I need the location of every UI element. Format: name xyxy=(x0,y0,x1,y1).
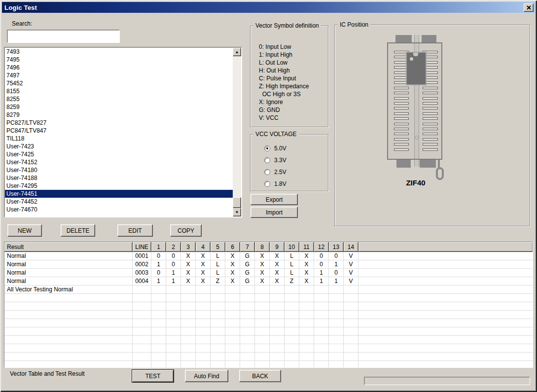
summary-row[interactable]: All Vector Testing Normal xyxy=(4,285,533,294)
pin-slot xyxy=(394,102,409,105)
column-header[interactable]: Result xyxy=(4,242,133,252)
line-cell xyxy=(133,319,151,327)
column-header[interactable]: 2 xyxy=(166,242,181,252)
result-table[interactable]: ResultLINE1234567891011121314 Normal0001… xyxy=(4,242,533,368)
socket-top-tab-right xyxy=(422,35,436,42)
vector-cell xyxy=(314,319,329,327)
list-item[interactable]: 8155 xyxy=(5,87,233,95)
column-header[interactable]: 14 xyxy=(344,242,358,252)
empty-row[interactable] xyxy=(4,353,533,361)
empty-row[interactable] xyxy=(4,361,533,368)
column-header[interactable]: 10 xyxy=(285,242,299,252)
close-button[interactable] xyxy=(524,3,534,12)
list-item[interactable]: PC847/LTV847 xyxy=(5,127,233,135)
list-item[interactable]: 7493 xyxy=(5,48,233,56)
empty-row[interactable] xyxy=(4,344,533,353)
radio-icon[interactable] xyxy=(264,181,270,187)
vector-cell xyxy=(196,294,211,302)
scroll-up-button[interactable]: ▲ xyxy=(233,48,241,56)
radio-icon[interactable] xyxy=(264,145,270,151)
radio-label: 2.5V xyxy=(274,169,286,176)
list-item[interactable]: User-74180 xyxy=(5,166,233,174)
scroll-down-button[interactable]: ▼ xyxy=(233,208,241,216)
list-item[interactable]: User-74152 xyxy=(5,158,233,166)
pin-slot xyxy=(423,92,438,94)
table-row[interactable]: Normal000411XXZXGXXZX11V xyxy=(4,277,533,285)
list-scrollbar[interactable]: ▲ ▼ xyxy=(233,48,241,216)
auto-find-button[interactable]: Auto Find xyxy=(185,370,228,382)
list-item[interactable]: 7495 xyxy=(5,56,233,64)
vector-cell xyxy=(166,302,181,310)
line-cell xyxy=(133,294,151,302)
vector-cell xyxy=(240,319,255,327)
column-header[interactable]: 13 xyxy=(329,242,344,252)
empty-row[interactable] xyxy=(4,302,533,311)
list-item[interactable]: User-74188 xyxy=(5,174,233,182)
list-item[interactable]: 8259 xyxy=(5,103,233,111)
vector-cell: 1 xyxy=(151,277,166,285)
vcc-option-5.0V[interactable]: 5.0V xyxy=(264,143,286,154)
empty-row[interactable] xyxy=(4,319,533,327)
vcc-option-1.8V[interactable]: 1.8V xyxy=(264,178,286,190)
table-row[interactable]: Normal000210XXLXGXXLX01V xyxy=(4,260,533,269)
empty-row[interactable] xyxy=(4,311,533,319)
list-item[interactable]: 8255 xyxy=(5,95,233,103)
list-item[interactable]: PC827/LTV827 xyxy=(5,119,233,127)
column-header[interactable]: 7 xyxy=(240,242,255,252)
export-button[interactable]: Export xyxy=(251,194,298,205)
table-row[interactable]: Normal000301XXLXGXXLX10V xyxy=(4,269,533,277)
vector-symbol-line: X: Ignore xyxy=(259,98,309,106)
list-item[interactable]: 8279 xyxy=(5,111,233,119)
back-button[interactable]: BACK xyxy=(239,370,281,382)
list-item[interactable]: TIL118 xyxy=(5,135,233,143)
import-button[interactable]: Import xyxy=(251,207,298,218)
column-header[interactable]: 3 xyxy=(181,242,196,252)
scroll-thumb[interactable] xyxy=(233,197,241,208)
list-item[interactable]: User-7425 xyxy=(5,150,233,158)
vector-cell: X xyxy=(255,252,270,260)
line-cell xyxy=(133,344,151,352)
vcc-option-3.3V[interactable]: 3.3V xyxy=(264,154,286,166)
column-header[interactable]: 8 xyxy=(255,242,270,252)
copy-button[interactable]: COPY xyxy=(170,224,202,237)
empty-row[interactable] xyxy=(4,336,533,344)
list-item[interactable]: 7497 xyxy=(5,71,233,79)
column-header[interactable]: 12 xyxy=(314,242,329,252)
column-header[interactable]: LINE xyxy=(133,242,151,252)
title-bar[interactable]: Logic Test xyxy=(2,2,535,13)
test-button[interactable]: TEST xyxy=(132,369,174,383)
vector-cell xyxy=(255,311,270,319)
radio-icon[interactable] xyxy=(264,169,270,175)
list-item[interactable]: User-7423 xyxy=(5,143,233,150)
line-cell xyxy=(133,353,151,360)
list-item[interactable]: User-74670 xyxy=(5,206,233,214)
result-cell xyxy=(4,319,133,327)
ic-listbox[interactable]: 7493749574967497754528155825582598279PC8… xyxy=(4,47,242,217)
new-button[interactable]: NEW xyxy=(7,224,42,237)
column-header[interactable]: 9 xyxy=(270,242,285,252)
vector-cell xyxy=(196,361,211,368)
vector-cell: G xyxy=(240,260,255,268)
edit-button[interactable]: EDIT xyxy=(117,224,153,237)
result-cell: Normal xyxy=(4,277,133,285)
list-item[interactable]: User-74295 xyxy=(5,182,233,190)
vector-cell xyxy=(329,311,344,319)
radio-icon[interactable] xyxy=(264,157,270,163)
list-item[interactable]: 7496 xyxy=(5,64,233,71)
list-item[interactable]: 75452 xyxy=(5,79,233,87)
column-header[interactable]: 1 xyxy=(151,242,166,252)
list-item[interactable]: User-74451 xyxy=(5,190,233,198)
table-row[interactable]: Normal000100XXLXGXXLX00V xyxy=(4,252,533,260)
column-header[interactable]: 4 xyxy=(196,242,211,252)
delete-button[interactable]: DELETE xyxy=(61,224,95,237)
logic-test-window: Logic Test Search: 749374957496749775452… xyxy=(0,0,537,392)
column-header[interactable]: 11 xyxy=(299,242,314,252)
list-item[interactable]: User-74452 xyxy=(5,198,233,206)
empty-row[interactable] xyxy=(4,294,533,302)
column-header[interactable]: 5 xyxy=(211,242,225,252)
empty-row[interactable] xyxy=(4,327,533,336)
vcc-option-2.5V[interactable]: 2.5V xyxy=(264,166,286,178)
search-input[interactable] xyxy=(7,30,120,43)
filler-cell xyxy=(358,277,533,285)
column-header[interactable]: 6 xyxy=(225,242,240,252)
